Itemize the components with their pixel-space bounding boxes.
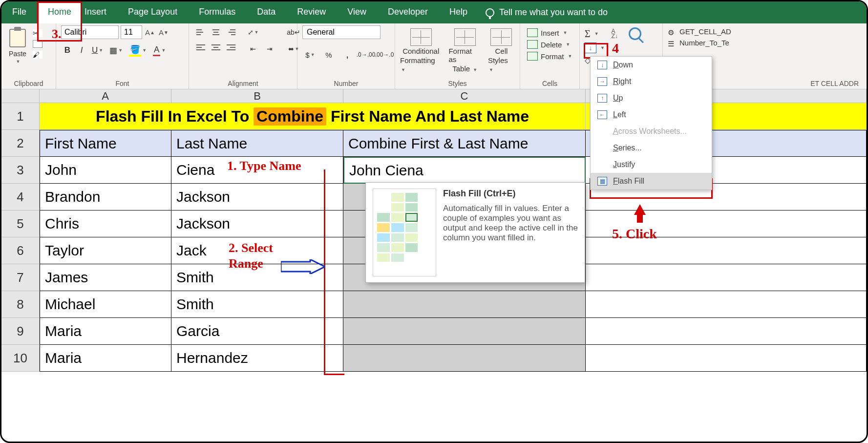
tab-view[interactable]: View <box>337 1 377 23</box>
cell-b8[interactable]: Smith <box>171 291 343 318</box>
align-top-center[interactable] <box>209 25 223 39</box>
row-header-10[interactable]: 10 <box>1 345 40 372</box>
row-header-2[interactable]: 2 <box>1 130 40 157</box>
insert-cells-button[interactable]: Insert▼ <box>525 27 569 38</box>
bold-button[interactable]: B <box>61 44 74 57</box>
cut-icon[interactable]: ✂ <box>33 29 42 37</box>
cell-b6[interactable]: Jack <box>171 237 343 264</box>
cell-empty[interactable] <box>586 264 867 291</box>
increase-font-icon[interactable]: A▲ <box>144 26 156 39</box>
cell-a4[interactable]: Brandon <box>40 184 171 211</box>
cell-a3[interactable]: John <box>40 157 171 184</box>
row-header-6[interactable]: 6 <box>1 237 40 264</box>
cell-empty[interactable] <box>586 211 867 237</box>
tab-page-layout[interactable]: Page Layout <box>117 1 188 23</box>
custom-numberto-button[interactable]: ☰Number_To_Te <box>668 39 729 47</box>
font-color-button[interactable]: A▼ <box>150 44 168 57</box>
tab-data[interactable]: Data <box>246 1 286 23</box>
fill-color-button[interactable]: 🪣▼ <box>127 44 149 57</box>
cell-c9[interactable] <box>343 318 586 345</box>
autosum-icon[interactable]: Σ <box>585 28 591 40</box>
tab-home[interactable]: Home <box>37 1 82 23</box>
borders-button[interactable]: ▦▼ <box>107 44 125 57</box>
custom-getcell-button[interactable]: ⚙GET_CELL_AD <box>668 27 731 36</box>
cell-empty[interactable] <box>586 237 867 264</box>
tab-review[interactable]: Review <box>286 1 337 23</box>
row-header-4[interactable]: 4 <box>1 184 40 211</box>
orientation-button[interactable]: ⤢▼ <box>246 25 260 39</box>
sort-filter-button[interactable]: AZ↓ <box>612 29 618 39</box>
cell-b5[interactable]: Jackson <box>171 211 343 237</box>
format-painter-icon[interactable]: 🖌 <box>33 51 42 59</box>
conditional-formatting-button[interactable]: Conditional Formatting ▼ <box>400 28 442 73</box>
italic-button[interactable]: I <box>75 44 88 57</box>
copy-icon[interactable] <box>33 40 42 48</box>
delete-cells-button[interactable]: Delete▼ <box>525 39 572 50</box>
row-header-3[interactable]: 3 <box>1 157 40 184</box>
tab-insert[interactable]: Insert <box>82 1 117 23</box>
fill-right-item[interactable]: →Right <box>591 73 712 90</box>
comma-button[interactable]: , <box>339 48 355 62</box>
row-header-1[interactable]: 1 <box>1 103 40 130</box>
accounting-format-button[interactable]: $▼ <box>302 48 318 62</box>
fill-down-item[interactable]: ↓DDownown <box>591 57 712 73</box>
increase-decimal-button[interactable]: .0→.00 <box>358 48 374 62</box>
align-top-left[interactable] <box>194 25 208 39</box>
font-name-combo[interactable] <box>61 25 119 39</box>
format-cells-button[interactable]: Format▼ <box>525 51 574 62</box>
cell-c3[interactable]: John Ciena <box>343 157 586 184</box>
cell-a9[interactable]: Maria <box>40 318 171 345</box>
paste-button[interactable]: Paste ▼ <box>6 25 29 65</box>
cell-styles-button[interactable]: Cell Styles ▼ <box>488 28 515 73</box>
number-format-combo[interactable] <box>302 25 381 39</box>
cell-empty[interactable] <box>586 318 867 345</box>
find-select-icon[interactable] <box>629 27 641 40</box>
tab-file[interactable]: File <box>1 1 37 23</box>
cell-empty[interactable] <box>586 345 867 372</box>
tell-me-search[interactable]: Tell me what you want to do <box>478 1 615 23</box>
fill-justify-item[interactable]: Justify <box>591 156 712 173</box>
align-center[interactable] <box>209 41 223 54</box>
column-header-b[interactable]: B <box>171 89 343 103</box>
align-left[interactable] <box>194 41 208 54</box>
cell-a10[interactable]: Maria <box>40 345 171 372</box>
cell-a8[interactable]: Michael <box>40 291 171 318</box>
cell-a5[interactable]: Chris <box>40 211 171 237</box>
row-header-8[interactable]: 8 <box>1 291 40 318</box>
align-top-right[interactable] <box>224 25 238 39</box>
cell-b10[interactable]: Hernandez <box>171 345 343 372</box>
percent-button[interactable]: % <box>321 48 337 62</box>
select-all-triangle[interactable] <box>1 89 40 103</box>
tab-developer[interactable]: Developer <box>377 1 439 23</box>
cell-b9[interactable]: Garcia <box>171 318 343 345</box>
row-header-7[interactable]: 7 <box>1 264 40 291</box>
underline-button[interactable]: U▼ <box>89 44 106 57</box>
fill-flash-fill-item[interactable]: ▦Flash Fill <box>591 173 712 190</box>
decrease-font-icon[interactable]: A▼ <box>158 26 169 39</box>
decrease-indent[interactable]: ⇤ <box>246 42 260 56</box>
fill-series-item[interactable]: Series... <box>591 140 712 156</box>
header-first-name[interactable]: First Name <box>40 130 171 157</box>
tab-help[interactable]: Help <box>439 1 478 23</box>
align-right[interactable] <box>224 41 238 54</box>
cell-b3[interactable]: Ciena <box>171 157 343 184</box>
fill-up-item[interactable]: ↑Up <box>591 90 712 106</box>
cell-empty[interactable] <box>586 291 867 318</box>
cell-a7[interactable]: James <box>40 264 171 291</box>
cell-a6[interactable]: Taylor <box>40 237 171 264</box>
fill-button[interactable]: ↓ <box>585 42 596 53</box>
fill-dropdown-caret[interactable]: ▼ <box>600 45 605 50</box>
row-header-5[interactable]: 5 <box>1 211 40 237</box>
font-size-combo[interactable] <box>121 25 142 39</box>
title-cell[interactable]: Flash Fill In Excel To Combine First Nam… <box>40 103 586 130</box>
cell-b4[interactable]: Jackson <box>171 184 343 211</box>
format-as-table-button[interactable]: Format as Table ▼ <box>448 28 481 73</box>
decrease-decimal-button[interactable]: .00→.0 <box>377 48 392 62</box>
header-last-name[interactable]: Last Name <box>171 130 343 157</box>
header-combine[interactable]: Combine First & Last Name <box>343 130 586 157</box>
tab-formulas[interactable]: Formulas <box>188 1 246 23</box>
row-header-9[interactable]: 9 <box>1 318 40 345</box>
fill-across-item[interactable]: Across Worksheets... <box>591 123 712 140</box>
column-header-a[interactable]: A <box>40 89 171 103</box>
fill-left-item[interactable]: ←Left <box>591 106 712 123</box>
